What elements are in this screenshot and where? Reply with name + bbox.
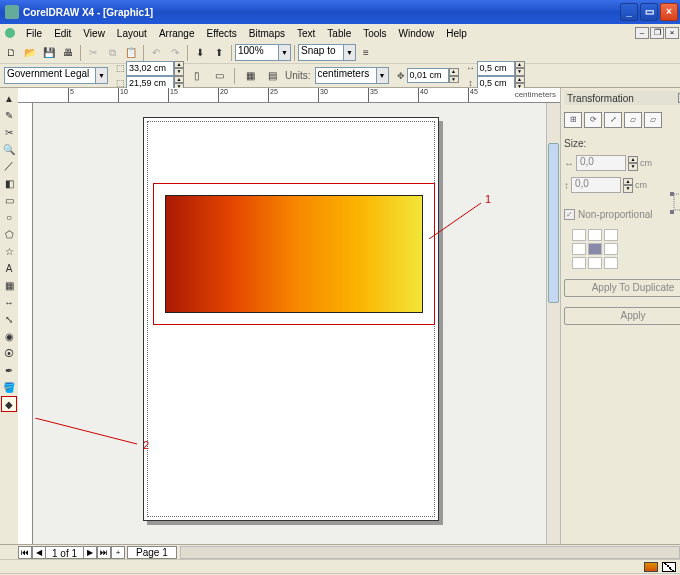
rectangle-tool[interactable]: ▭ — [1, 192, 17, 208]
anchor-cell[interactable] — [588, 257, 602, 269]
scrollbar-thumb[interactable] — [548, 143, 559, 303]
freehand-tool[interactable]: ／ — [1, 158, 17, 174]
mdi-minimize-button[interactable]: – — [635, 27, 649, 39]
last-page-button[interactable]: ⏭ — [97, 546, 111, 559]
nudge-input[interactable]: 0,01 cm — [407, 68, 449, 83]
spin-up[interactable]: ▲ — [174, 61, 184, 69]
menu-view[interactable]: View — [77, 26, 111, 41]
size-button[interactable]: ▱ — [624, 112, 642, 128]
anchor-cell[interactable] — [588, 229, 602, 241]
dimension-tool[interactable]: ↔ — [1, 294, 17, 310]
vertical-scrollbar[interactable] — [546, 103, 560, 544]
menu-table[interactable]: Table — [321, 26, 357, 41]
menu-edit[interactable]: Edit — [48, 26, 77, 41]
anchor-grid[interactable] — [572, 229, 618, 269]
menu-arrange[interactable]: Arrange — [153, 26, 201, 41]
rotate-button[interactable]: ⟳ — [584, 112, 602, 128]
units-combo[interactable]: centimeters ▼ — [315, 67, 389, 84]
position-button[interactable]: ⊞ — [564, 112, 582, 128]
options-button[interactable]: ≡ — [357, 44, 375, 62]
spin-up[interactable]: ▲ — [623, 178, 633, 186]
paper-value[interactable]: Government Legal — [4, 67, 96, 84]
paste-button[interactable]: 📋 — [122, 44, 140, 62]
units-value[interactable]: centimeters — [315, 67, 377, 84]
next-page-button[interactable]: ▶ — [83, 546, 97, 559]
chevron-down-icon[interactable]: ▼ — [96, 67, 108, 84]
connector-tool[interactable]: ⤡ — [1, 311, 17, 327]
skew-button[interactable]: ▱ — [644, 112, 662, 128]
eyedropper-tool[interactable]: ⦿ — [1, 345, 17, 361]
page-width-input[interactable]: 33,02 cm — [126, 61, 174, 76]
text-tool[interactable]: A — [1, 260, 17, 276]
spin-up[interactable]: ▲ — [628, 156, 638, 164]
anchor-cell[interactable] — [572, 257, 586, 269]
menu-text[interactable]: Text — [291, 26, 321, 41]
import-button[interactable]: ⬇ — [191, 44, 209, 62]
apply-to-duplicate-button[interactable]: Apply To Duplicate — [564, 279, 680, 297]
anchor-cell[interactable] — [588, 243, 602, 255]
spin-down[interactable]: ▼ — [623, 185, 633, 193]
all-pages-button[interactable]: ▦ — [241, 67, 259, 85]
cut-button[interactable]: ✂ — [84, 44, 102, 62]
smart-fill-tool[interactable]: ◧ — [1, 175, 17, 191]
anchor-cell[interactable] — [604, 229, 618, 241]
close-button[interactable]: × — [660, 3, 678, 21]
redo-button[interactable]: ↷ — [166, 44, 184, 62]
minimize-button[interactable]: _ — [620, 3, 638, 21]
zoom-combo[interactable]: 100% ▼ — [235, 44, 291, 61]
menu-tools[interactable]: Tools — [357, 26, 392, 41]
nonproportional-checkbox[interactable]: ✓ — [564, 209, 575, 220]
chevron-down-icon[interactable]: ▼ — [279, 44, 291, 61]
add-page-button[interactable]: + — [111, 546, 125, 559]
current-page-button[interactable]: ▤ — [263, 67, 281, 85]
copy-button[interactable]: ⧉ — [103, 44, 121, 62]
apply-button[interactable]: Apply — [564, 307, 680, 325]
scale-button[interactable]: ⤢ — [604, 112, 622, 128]
horizontal-scrollbar[interactable] — [180, 546, 680, 559]
anchor-cell[interactable] — [604, 243, 618, 255]
fill-tool[interactable]: 🪣 — [1, 379, 17, 395]
gradient-rectangle[interactable] — [165, 195, 423, 313]
table-tool[interactable]: ▦ — [1, 277, 17, 293]
save-button[interactable]: 💾 — [40, 44, 58, 62]
spin-down[interactable]: ▼ — [628, 163, 638, 171]
mdi-close-button[interactable]: × — [665, 27, 679, 39]
mdi-restore-button[interactable]: ❐ — [650, 27, 664, 39]
dup-x-input[interactable]: 0,5 cm — [477, 61, 515, 76]
ellipse-tool[interactable]: ○ — [1, 209, 17, 225]
chevron-down-icon[interactable]: ▼ — [377, 67, 389, 84]
print-button[interactable]: 🖶 — [59, 44, 77, 62]
fill-indicator-icon[interactable] — [644, 562, 658, 572]
blend-tool[interactable]: ◉ — [1, 328, 17, 344]
landscape-button[interactable]: ▭ — [210, 67, 228, 85]
menu-help[interactable]: Help — [440, 26, 473, 41]
polygon-tool[interactable]: ⬠ — [1, 226, 17, 242]
menu-window[interactable]: Window — [393, 26, 441, 41]
spin-up[interactable]: ▲ — [174, 76, 184, 84]
paper-combo[interactable]: Government Legal ▼ — [4, 67, 108, 84]
spin-down[interactable]: ▼ — [174, 68, 184, 76]
undo-button[interactable]: ↶ — [147, 44, 165, 62]
menu-layout[interactable]: Layout — [111, 26, 153, 41]
portrait-button[interactable]: ▯ — [188, 67, 206, 85]
outline-tool[interactable]: ✒ — [1, 362, 17, 378]
menu-file[interactable]: File — [20, 26, 48, 41]
anchor-cell[interactable] — [572, 243, 586, 255]
zoom-tool[interactable]: 🔍 — [1, 141, 17, 157]
open-button[interactable]: 📂 — [21, 44, 39, 62]
menu-effects[interactable]: Effects — [200, 26, 242, 41]
width-input[interactable]: 0,0 — [576, 155, 626, 171]
zoom-value[interactable]: 100% — [235, 44, 279, 61]
snapto-combo[interactable]: Snap to ▼ — [298, 44, 356, 61]
anchor-cell[interactable] — [604, 257, 618, 269]
first-page-button[interactable]: ⏮ — [18, 546, 32, 559]
page-tab[interactable]: Page 1 — [127, 546, 177, 559]
prev-page-button[interactable]: ◀ — [32, 546, 46, 559]
spin-down[interactable]: ▼ — [449, 76, 459, 84]
chevron-down-icon[interactable]: ▼ — [344, 44, 356, 61]
spin-up[interactable]: ▲ — [515, 61, 525, 69]
basic-shapes-tool[interactable]: ☆ — [1, 243, 17, 259]
new-button[interactable]: 🗋 — [2, 44, 20, 62]
crop-tool[interactable]: ✂ — [1, 124, 17, 140]
spin-up[interactable]: ▲ — [449, 68, 459, 76]
